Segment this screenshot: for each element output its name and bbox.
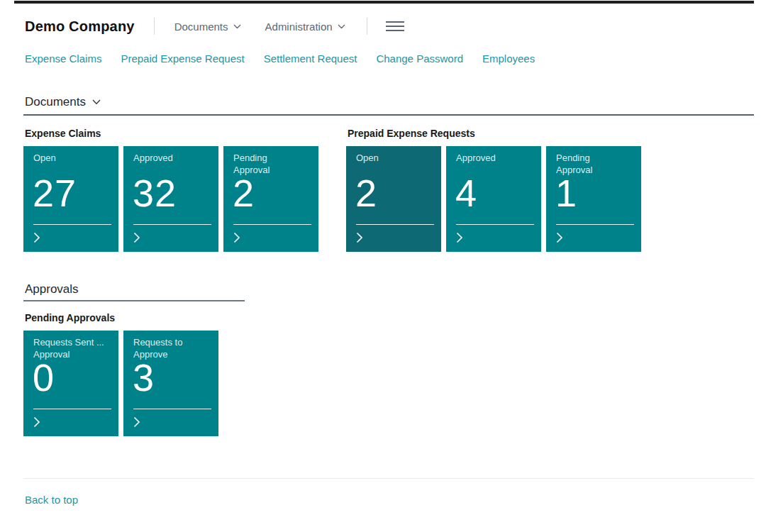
tile-prepaid-approved[interactable]: Approved 4 (446, 146, 541, 252)
tile-divider (33, 224, 111, 225)
role-center-content: Documents Expense Claims Open 27 Approve… (23, 95, 754, 506)
menu-icon (386, 21, 404, 23)
nav-link-settlement-request[interactable]: Settlement Request (264, 52, 357, 65)
group-prepaid-expense-requests: Prepaid Expense Requests Open 2 Approved… (346, 128, 641, 252)
header-divider (154, 18, 155, 35)
company-name[interactable]: Demo Company (25, 18, 135, 35)
bottom-divider (23, 478, 754, 479)
tile-value: 1 (555, 172, 577, 214)
tile-divider (356, 224, 434, 225)
chevron-right-icon (33, 416, 40, 428)
tile-label: Open (356, 152, 437, 164)
tile-divider (133, 224, 211, 225)
nav-link-prepaid-expense-request[interactable]: Prepaid Expense Request (121, 52, 244, 65)
top-menu-documents[interactable]: Documents (174, 21, 241, 33)
chevron-right-icon (356, 232, 363, 243)
tile-value: 2 (355, 172, 377, 214)
chevron-right-icon (456, 232, 463, 243)
top-menu-administration-label: Administration (265, 21, 333, 33)
top-menu-administration[interactable]: Administration (265, 21, 345, 33)
tile-divider (556, 224, 634, 225)
tile-divider (233, 224, 311, 225)
chevron-down-icon (92, 99, 101, 105)
tile-value: 4 (455, 172, 477, 214)
tile-expense-claims-open[interactable]: Open 27 (23, 146, 118, 252)
menu-icon (386, 30, 404, 31)
tile-value: 3 (133, 356, 155, 399)
tile-prepaid-open[interactable]: Open 2 (346, 146, 441, 252)
chevron-right-icon (556, 232, 563, 243)
nav-link-expense-claims[interactable]: Expense Claims (25, 52, 101, 65)
tile-value: 0 (33, 356, 55, 399)
section-header-approvals: Approvals (25, 282, 79, 297)
nav-link-change-password[interactable]: Change Password (376, 52, 463, 65)
chevron-right-icon (133, 232, 140, 243)
tile-expense-claims-approved[interactable]: Approved 32 (123, 146, 218, 252)
group-expense-claims: Expense Claims Open 27 Approved 32 (23, 128, 318, 252)
tile-expense-claims-pending-approval[interactable]: Pending Approval 2 (223, 146, 318, 252)
tile-value: 2 (233, 172, 255, 214)
chevron-right-icon (233, 232, 240, 243)
chevron-right-icon (133, 416, 140, 428)
tile-divider (456, 224, 534, 225)
chevron-right-icon (33, 232, 40, 243)
section-title-label: Approvals (25, 282, 79, 297)
tile-divider (133, 409, 211, 409)
tile-label: Approved (133, 152, 214, 164)
top-accent-bar (14, 1, 754, 4)
section-title-label: Documents (25, 95, 86, 109)
tile-label: Open (33, 152, 114, 164)
section-header-documents[interactable]: Documents (25, 95, 101, 109)
chevron-down-icon (338, 24, 345, 29)
nav-link-employees[interactable]: Employees (482, 52, 535, 65)
tile-label: Approved (456, 152, 537, 164)
tile-divider (33, 409, 111, 409)
tile-requests-to-approve[interactable]: Requests to Approve 3 (123, 331, 218, 436)
app-header: Demo Company Documents Administration (25, 15, 754, 38)
hamburger-menu-button[interactable] (384, 18, 406, 34)
tile-requests-sent-for-approval[interactable]: Requests Sent ... Approval 0 (23, 331, 118, 436)
tile-prepaid-pending-approval[interactable]: Pending Approval 1 (546, 146, 641, 252)
group-pending-approvals: Pending Approvals Requests Sent ... Appr… (23, 312, 754, 436)
tile-value: 32 (133, 172, 177, 214)
quick-links-bar: Expense Claims Prepaid Expense Request S… (25, 52, 754, 65)
back-to-top-link[interactable]: Back to top (25, 494, 78, 506)
menu-icon (386, 26, 404, 27)
header-divider (367, 18, 367, 35)
chevron-down-icon (233, 24, 241, 29)
tile-value: 27 (33, 172, 77, 214)
section-divider (23, 114, 754, 116)
group-title-prepaid-expense-requests: Prepaid Expense Requests (348, 128, 641, 139)
group-title-pending-approvals: Pending Approvals (25, 312, 754, 323)
group-title-expense-claims: Expense Claims (25, 128, 318, 139)
section-divider (23, 300, 245, 301)
top-menu-documents-label: Documents (174, 21, 228, 33)
